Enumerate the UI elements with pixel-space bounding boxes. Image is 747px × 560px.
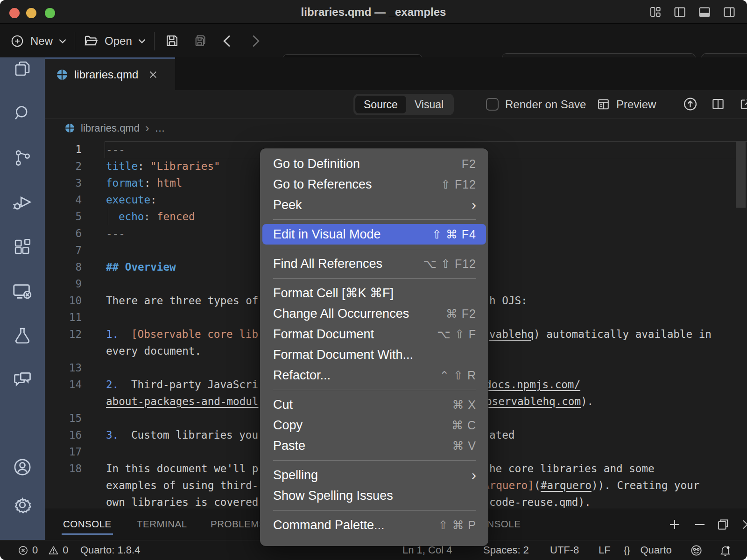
menu-item-paste[interactable]: Paste⌘ V xyxy=(260,435,488,456)
code-text: : xyxy=(144,208,150,225)
code-text: : xyxy=(144,175,151,191)
render-document-icon[interactable] xyxy=(683,97,698,112)
code-text: 2. xyxy=(106,376,119,393)
source-visual-toggle: Source Visual xyxy=(353,94,454,115)
back-icon[interactable] xyxy=(222,35,232,47)
save-all-icon[interactable] xyxy=(192,34,207,48)
language-mode-status[interactable]: {} Quarto xyxy=(624,540,672,560)
indentation-status[interactable]: Spaces: 2 xyxy=(483,540,529,560)
menu-item-edit-in-visual-mode[interactable]: Edit in Visual Mode⇧ ⌘ F4 xyxy=(262,224,486,245)
breadcrumb-more[interactable]: … xyxy=(155,122,165,134)
code-text: title xyxy=(106,158,138,175)
caret-down-icon xyxy=(59,39,66,43)
code-text: In this document we'll p xyxy=(106,460,258,477)
menu-item-change-all-occurrences[interactable]: Change All Occurrences⌘ F2 xyxy=(260,303,488,324)
top-action-bar: New Open Search xyxy=(0,24,747,57)
menu-item-format-cell-k-f[interactable]: Format Cell [⌘K ⌘F] xyxy=(260,283,488,303)
menu-item-format-document[interactable]: Format Document⌥ ⇧ F xyxy=(260,324,488,344)
menu-item-command-palette[interactable]: Command Palette...⇧ ⌘ P xyxy=(260,515,488,535)
code-text: html xyxy=(157,175,182,191)
menu-item-spelling[interactable]: Spelling› xyxy=(260,465,488,485)
run-debug-icon[interactable] xyxy=(12,192,33,212)
testing-icon[interactable] xyxy=(13,326,32,345)
search-sidebar-icon[interactable] xyxy=(13,103,32,123)
menu-item-find-all-references[interactable]: Find All References⌥ ⇧ F12 xyxy=(260,253,488,274)
menu-item-go-to-definition[interactable]: Go to DefinitionF2 xyxy=(260,154,488,174)
open-button[interactable]: Open xyxy=(84,34,146,49)
save-icon[interactable] xyxy=(165,34,179,48)
notifications-bell-icon[interactable] xyxy=(719,540,732,560)
line-number: 15 xyxy=(45,410,82,427)
eol-status[interactable]: LF xyxy=(599,540,611,560)
panel-tab-console[interactable]: CONSOLE xyxy=(63,509,112,540)
line-number: 12 xyxy=(45,326,82,343)
code-text: echo xyxy=(119,208,144,225)
code-text: docs.npmjs.com/ xyxy=(485,376,580,393)
panel-close-icon[interactable] xyxy=(740,518,747,532)
extensions-icon[interactable] xyxy=(13,237,32,257)
panel-restore-icon[interactable] xyxy=(716,518,730,532)
code-text: There are three types of xyxy=(106,292,258,309)
line-number: 4 xyxy=(45,191,82,208)
console-sessions-icon[interactable] xyxy=(12,280,33,302)
line-number: 13 xyxy=(45,359,82,376)
source-control-icon[interactable] xyxy=(13,148,32,168)
new-button[interactable]: New xyxy=(10,34,66,48)
close-tab-icon[interactable] xyxy=(148,70,158,80)
menu-item-show-spelling-issues[interactable]: Show Spelling Issues xyxy=(260,485,488,506)
visual-mode-button[interactable]: Visual xyxy=(406,96,452,113)
breadcrumb: libraries.qmd › … xyxy=(45,119,747,137)
menu-item-peek[interactable]: Peek› xyxy=(260,195,488,215)
code-text: about-packages-and-modul xyxy=(106,393,258,410)
customize-layout-icon[interactable] xyxy=(649,6,662,18)
menu-separator xyxy=(273,278,476,279)
preview-button[interactable]: Preview xyxy=(597,90,656,119)
menu-item-cut[interactable]: Cut⌘ X xyxy=(260,394,488,415)
account-icon[interactable] xyxy=(12,457,33,477)
explorer-icon[interactable] xyxy=(13,59,32,78)
problems-status[interactable]: 0 0 xyxy=(18,540,69,560)
menu-separator xyxy=(273,249,476,249)
menu-item-copy[interactable]: Copy⌘ C xyxy=(260,415,488,435)
toggle-secondary-sidebar-icon[interactable] xyxy=(723,6,736,19)
settings-gear-icon[interactable] xyxy=(12,495,33,515)
comments-icon[interactable] xyxy=(12,370,33,390)
editor-scrollbar[interactable] xyxy=(736,141,746,208)
render-on-save-label: Render on Save xyxy=(505,90,586,119)
menu-separator xyxy=(273,390,476,390)
menu-separator xyxy=(273,510,476,511)
panel-minimize-icon[interactable] xyxy=(693,518,707,532)
panel-tab-problems[interactable]: PROBLEMS xyxy=(211,509,266,540)
menu-item-refactor[interactable]: Refactor...⌃ ⇧ R xyxy=(260,365,488,385)
line-number: 10 xyxy=(45,292,82,309)
toggle-panel-icon[interactable] xyxy=(698,6,711,19)
line-number: 8 xyxy=(45,259,82,275)
code-text: he core libraries and some xyxy=(489,460,655,477)
open-in-new-window-icon[interactable] xyxy=(739,98,747,111)
line-number: 18 xyxy=(45,460,82,477)
feedback-icon[interactable] xyxy=(690,540,703,560)
code-text: --- xyxy=(106,225,125,242)
forward-icon[interactable] xyxy=(251,35,261,47)
panel-plus-icon[interactable] xyxy=(668,518,682,532)
code-text: ( xyxy=(534,477,541,494)
preview-icon xyxy=(597,98,610,111)
quarto-version-status[interactable]: Quarto: 1.8.4 xyxy=(80,540,140,560)
code-text: "Libraries" xyxy=(150,158,220,175)
render-on-save-checkbox[interactable] xyxy=(486,98,499,111)
toggle-sidebar-icon[interactable] xyxy=(673,6,686,19)
source-mode-button[interactable]: Source xyxy=(355,96,406,113)
menu-item-format-document-with[interactable]: Format Document With... xyxy=(260,344,488,365)
code-text: bservablehq.com xyxy=(486,393,581,410)
split-editor-icon[interactable] xyxy=(711,97,725,111)
panel-tab-terminal[interactable]: TERMINAL xyxy=(137,509,187,540)
caret-down-icon xyxy=(138,39,146,43)
encoding-status[interactable]: UTF-8 xyxy=(550,540,579,560)
line-number: 9 xyxy=(45,275,82,292)
tab-libraries-qmd[interactable]: libraries.qmd xyxy=(45,57,175,90)
editor-tab-strip: libraries.qmd xyxy=(45,57,747,90)
code-text: own libraries is covered xyxy=(106,494,258,511)
plus-circle-icon xyxy=(10,34,24,48)
menu-item-go-to-references[interactable]: Go to References⇧ F12 xyxy=(260,174,488,195)
breadcrumb-file[interactable]: libraries.qmd xyxy=(81,122,140,134)
